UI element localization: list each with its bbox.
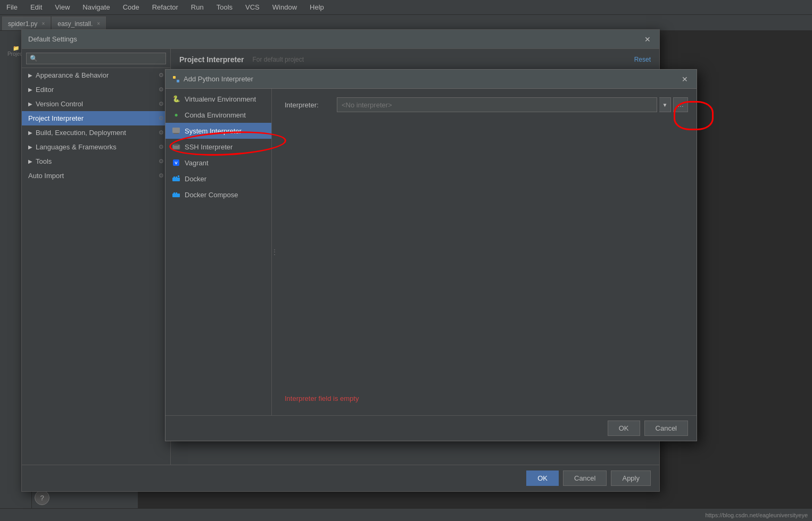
settings-right-subtitle: For default project — [252, 56, 304, 63]
settings-ok-button[interactable]: OK — [526, 470, 559, 486]
menu-item-run[interactable]: Run — [189, 2, 206, 12]
svg-rect-5 — [174, 144, 178, 146]
vagrant-icon: V — [172, 158, 180, 167]
settings-nav-languages[interactable]: ▶ Languages & Frameworks ⚙ — [22, 140, 170, 154]
menu-item-refactor[interactable]: Refactor — [150, 2, 180, 12]
interp-item-docker-compose[interactable]: Docker Compose — [165, 187, 271, 203]
settings-nav-auto-import-label: Auto Import — [28, 172, 64, 180]
menu-bar: File Edit View Navigate Code Refactor Ru… — [0, 0, 812, 15]
tab-spider1-label: spider1.py — [8, 20, 37, 28]
settings-nav-project-interpreter-label: Project Interpreter — [28, 114, 84, 122]
menu-item-file[interactable]: File — [4, 2, 20, 12]
menu-item-window[interactable]: Window — [270, 2, 299, 12]
dialog-inner-body: 🐍 Virtualenv Environment ● Conda Environ… — [165, 89, 697, 415]
interpreter-value-input[interactable] — [337, 97, 657, 112]
menu-item-vcs[interactable]: VCS — [243, 2, 262, 12]
dialog-inner-titlebar: Add Python Interpreter ✕ — [165, 70, 697, 89]
settings-nav-panel: ▶ Appearance & Behavior ⚙ ▶ Editor ⚙ ▶ V… — [22, 49, 171, 465]
svg-rect-3 — [173, 133, 179, 134]
settings-reset-button[interactable]: Reset — [634, 56, 651, 63]
python-icon — [172, 75, 180, 83]
settings-gear-auto-import: ⚙ — [159, 172, 164, 179]
settings-nav-project-interpreter[interactable]: Project Interpreter ⚙ — [22, 111, 170, 125]
settings-nav-auto-import[interactable]: Auto Import ⚙ — [22, 169, 170, 183]
interp-label-docker: Docker — [185, 175, 206, 183]
system-icon — [172, 127, 180, 135]
interp-item-vagrant[interactable]: V Vagrant — [165, 155, 271, 171]
interp-item-ssh[interactable]: SSH Interpreter — [165, 139, 271, 155]
menu-item-code[interactable]: Code — [121, 2, 142, 12]
docker-compose-icon — [172, 190, 180, 199]
settings-gear-languages: ⚙ — [159, 144, 164, 150]
menu-item-edit[interactable]: Edit — [28, 2, 44, 12]
settings-gear-editor: ⚙ — [159, 86, 164, 93]
interpreter-config-panel: Interpreter: ▼ … Interpreter field is em… — [276, 89, 697, 415]
svg-rect-9 — [173, 177, 175, 178]
config-content-area — [285, 119, 688, 390]
interp-label-docker-compose: Docker Compose — [185, 191, 238, 199]
status-bar: https://blog.csdn.net/eagleuniversityeye — [0, 508, 812, 521]
add-interpreter-footer: OK Cancel — [165, 415, 697, 441]
tab-spider1-close[interactable]: × — [42, 21, 45, 27]
add-interpreter-cancel-button[interactable]: Cancel — [644, 421, 688, 436]
settings-apply-button[interactable]: Apply — [611, 470, 651, 486]
tab-spider1[interactable]: spider1.py × — [2, 16, 51, 30]
interp-label-virtualenv: Virtualenv Environment — [185, 95, 256, 103]
interp-label-system: System Interpreter — [185, 127, 242, 135]
menu-item-navigate[interactable]: Navigate — [80, 2, 112, 12]
interp-item-docker[interactable]: Docker — [165, 171, 271, 187]
settings-nav-tools-label: Tools — [36, 157, 52, 165]
settings-nav-vcs-label: Version Control — [36, 100, 83, 108]
conda-icon: ● — [172, 111, 180, 119]
add-interpreter-ok-button[interactable]: OK — [608, 421, 640, 436]
dialog-inner-title-text: Add Python Interpreter — [184, 75, 253, 83]
dialog-outer-titlebar: Default Settings ✕ — [22, 30, 659, 49]
virtualenv-icon: 🐍 — [172, 95, 180, 103]
help-button[interactable]: ? — [35, 490, 49, 505]
ssh-icon — [172, 142, 180, 151]
interpreter-dropdown-button[interactable]: ▼ — [659, 97, 671, 112]
drag-divider[interactable]: ⋮ — [272, 89, 276, 415]
settings-nav-tools[interactable]: ▶ Tools ⚙ — [22, 154, 170, 169]
menu-item-help[interactable]: Help — [308, 2, 326, 12]
tab-easy-install-label: easy_install. — [57, 20, 93, 28]
nav-arrow-tools: ▶ — [28, 158, 32, 164]
settings-nav-build[interactable]: ▶ Build, Execution, Deployment ⚙ — [22, 125, 170, 140]
nav-arrow-vcs: ▶ — [28, 101, 32, 107]
interpreter-config-row: Interpreter: ▼ … — [285, 97, 688, 112]
menu-item-view[interactable]: View — [53, 2, 72, 12]
settings-nav-editor[interactable]: ▶ Editor ⚙ — [22, 82, 170, 97]
settings-gear-vcs: ⚙ — [159, 100, 164, 107]
nav-arrow-build: ▶ — [28, 130, 32, 136]
settings-search-box — [22, 49, 170, 68]
svg-rect-0 — [173, 76, 176, 79]
menu-item-tools[interactable]: Tools — [214, 2, 235, 12]
interp-label-ssh: SSH Interpreter — [185, 143, 233, 151]
svg-rect-10 — [176, 177, 177, 178]
settings-search-input[interactable] — [26, 53, 166, 64]
tab-easy-install[interactable]: easy_install. × — [52, 16, 106, 30]
settings-right-header: Project Interpreter For default project … — [171, 49, 659, 70]
settings-right-title: Project Interpreter — [179, 55, 244, 64]
settings-cancel-button[interactable]: Cancel — [563, 470, 607, 486]
dialog-inner-close[interactable]: ✕ — [680, 74, 690, 85]
interp-label-vagrant: Vagrant — [185, 159, 209, 167]
svg-rect-2 — [172, 128, 180, 133]
status-url: https://blog.csdn.net/eagleuniversityeye — [705, 512, 808, 518]
settings-nav-appearance-label: Appearance & Behavior — [36, 71, 109, 79]
settings-nav-vcs[interactable]: ▶ Version Control ⚙ — [22, 97, 170, 111]
docker-icon — [172, 174, 180, 183]
interp-item-conda[interactable]: ● Conda Environment — [165, 107, 271, 123]
settings-dialog-footer: OK Cancel Apply — [22, 465, 659, 491]
tab-easy-install-close[interactable]: × — [97, 21, 100, 27]
settings-nav-appearance[interactable]: ▶ Appearance & Behavior ⚙ — [22, 68, 170, 82]
interp-item-virtualenv[interactable]: 🐍 Virtualenv Environment — [165, 91, 271, 107]
svg-rect-8 — [172, 178, 180, 181]
svg-text:V: V — [175, 161, 178, 165]
dialog-outer-close[interactable]: ✕ — [642, 34, 653, 45]
interp-item-system[interactable]: System Interpreter — [165, 123, 271, 139]
interpreter-browse-button[interactable]: … — [673, 97, 688, 112]
settings-gear-appearance: ⚙ — [159, 72, 164, 79]
add-interpreter-dialog: Add Python Interpreter ✕ 🐍 Virtualenv En… — [165, 69, 697, 441]
interpreter-config-label: Interpreter: — [285, 101, 333, 109]
